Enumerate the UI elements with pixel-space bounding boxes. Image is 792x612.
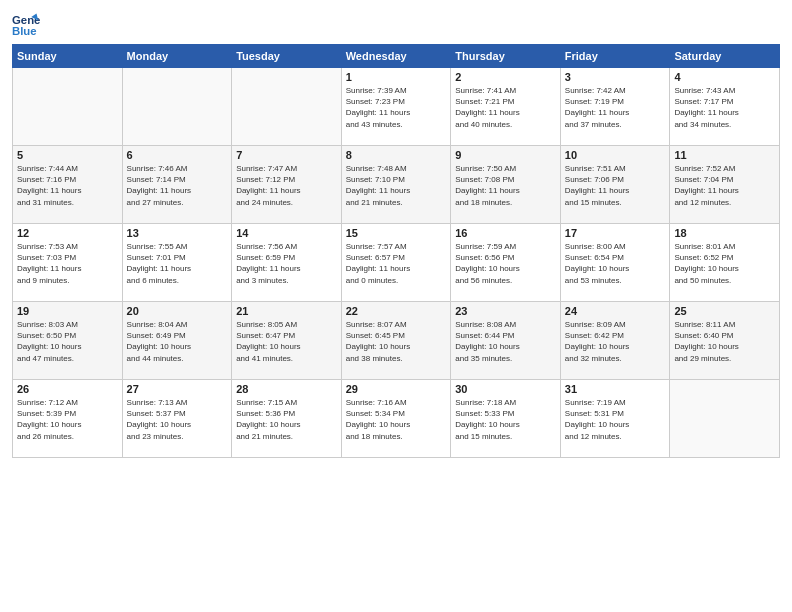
day-info-line: and 12 minutes.: [674, 197, 775, 208]
day-info-line: Sunset: 6:50 PM: [17, 330, 118, 341]
svg-text:Blue: Blue: [12, 25, 37, 37]
day-info-line: Sunset: 7:17 PM: [674, 96, 775, 107]
calendar-cell: 9Sunrise: 7:50 AMSunset: 7:08 PMDaylight…: [451, 146, 561, 224]
day-info-line: Sunrise: 8:11 AM: [674, 319, 775, 330]
day-info-line: Sunrise: 7:15 AM: [236, 397, 337, 408]
day-number: 9: [455, 149, 556, 161]
day-info-line: and 12 minutes.: [565, 431, 666, 442]
day-info-line: Sunrise: 7:59 AM: [455, 241, 556, 252]
day-info-line: and 38 minutes.: [346, 353, 447, 364]
day-info-line: and 9 minutes.: [17, 275, 118, 286]
calendar-cell: 28Sunrise: 7:15 AMSunset: 5:36 PMDayligh…: [232, 380, 342, 458]
day-info-line: Daylight: 11 hours: [127, 185, 228, 196]
calendar-table: SundayMondayTuesdayWednesdayThursdayFrid…: [12, 44, 780, 458]
day-info-line: Sunset: 6:56 PM: [455, 252, 556, 263]
day-info-line: Daylight: 10 hours: [127, 419, 228, 430]
day-info-line: Sunrise: 7:46 AM: [127, 163, 228, 174]
day-info-line: Daylight: 10 hours: [236, 419, 337, 430]
day-info-line: and 44 minutes.: [127, 353, 228, 364]
weekday-header-monday: Monday: [122, 45, 232, 68]
day-info-line: and 40 minutes.: [455, 119, 556, 130]
day-info-line: Sunset: 7:08 PM: [455, 174, 556, 185]
day-info-line: and 35 minutes.: [455, 353, 556, 364]
week-row-1: 5Sunrise: 7:44 AMSunset: 7:16 PMDaylight…: [13, 146, 780, 224]
day-info-line: and 29 minutes.: [674, 353, 775, 364]
day-info-line: Sunset: 7:16 PM: [17, 174, 118, 185]
calendar-cell: 22Sunrise: 8:07 AMSunset: 6:45 PMDayligh…: [341, 302, 451, 380]
day-info-line: and 21 minutes.: [236, 431, 337, 442]
day-info-line: Daylight: 11 hours: [346, 263, 447, 274]
calendar-cell: 17Sunrise: 8:00 AMSunset: 6:54 PMDayligh…: [560, 224, 670, 302]
day-info-line: Sunset: 7:10 PM: [346, 174, 447, 185]
day-info-line: and 31 minutes.: [17, 197, 118, 208]
day-number: 10: [565, 149, 666, 161]
day-info-line: Sunrise: 7:42 AM: [565, 85, 666, 96]
day-info-line: Daylight: 10 hours: [236, 341, 337, 352]
day-info-line: Daylight: 11 hours: [236, 185, 337, 196]
day-info-line: Sunrise: 7:39 AM: [346, 85, 447, 96]
day-number: 4: [674, 71, 775, 83]
day-number: 20: [127, 305, 228, 317]
calendar-cell: 5Sunrise: 7:44 AMSunset: 7:16 PMDaylight…: [13, 146, 123, 224]
day-number: 11: [674, 149, 775, 161]
weekday-header-row: SundayMondayTuesdayWednesdayThursdayFrid…: [13, 45, 780, 68]
day-info-line: Daylight: 11 hours: [346, 185, 447, 196]
day-info-line: and 50 minutes.: [674, 275, 775, 286]
day-info-line: Sunrise: 8:08 AM: [455, 319, 556, 330]
day-info-line: Daylight: 10 hours: [674, 263, 775, 274]
day-info-line: Sunrise: 8:09 AM: [565, 319, 666, 330]
day-info-line: Sunrise: 7:16 AM: [346, 397, 447, 408]
day-info-line: Sunrise: 7:43 AM: [674, 85, 775, 96]
day-number: 15: [346, 227, 447, 239]
day-info-line: Sunset: 7:19 PM: [565, 96, 666, 107]
day-info-line: Sunrise: 8:03 AM: [17, 319, 118, 330]
weekday-header-thursday: Thursday: [451, 45, 561, 68]
day-info-line: and 24 minutes.: [236, 197, 337, 208]
day-info-line: Sunset: 7:01 PM: [127, 252, 228, 263]
week-row-3: 19Sunrise: 8:03 AMSunset: 6:50 PMDayligh…: [13, 302, 780, 380]
day-info-line: and 18 minutes.: [455, 197, 556, 208]
calendar-cell: 20Sunrise: 8:04 AMSunset: 6:49 PMDayligh…: [122, 302, 232, 380]
day-info-line: Daylight: 10 hours: [17, 341, 118, 352]
day-info-line: and 43 minutes.: [346, 119, 447, 130]
week-row-2: 12Sunrise: 7:53 AMSunset: 7:03 PMDayligh…: [13, 224, 780, 302]
calendar-cell: 18Sunrise: 8:01 AMSunset: 6:52 PMDayligh…: [670, 224, 780, 302]
calendar-cell: 19Sunrise: 8:03 AMSunset: 6:50 PMDayligh…: [13, 302, 123, 380]
day-info-line: Sunrise: 8:07 AM: [346, 319, 447, 330]
day-info-line: and 32 minutes.: [565, 353, 666, 364]
day-number: 1: [346, 71, 447, 83]
day-info-line: Sunset: 6:52 PM: [674, 252, 775, 263]
day-info-line: Daylight: 10 hours: [127, 341, 228, 352]
calendar-cell: 8Sunrise: 7:48 AMSunset: 7:10 PMDaylight…: [341, 146, 451, 224]
day-number: 30: [455, 383, 556, 395]
day-info-line: Sunset: 6:42 PM: [565, 330, 666, 341]
day-info-line: Sunset: 5:31 PM: [565, 408, 666, 419]
calendar-cell: 31Sunrise: 7:19 AMSunset: 5:31 PMDayligh…: [560, 380, 670, 458]
day-info-line: Daylight: 11 hours: [127, 263, 228, 274]
calendar-cell: 13Sunrise: 7:55 AMSunset: 7:01 PMDayligh…: [122, 224, 232, 302]
day-info-line: Daylight: 10 hours: [455, 419, 556, 430]
calendar-cell: 7Sunrise: 7:47 AMSunset: 7:12 PMDaylight…: [232, 146, 342, 224]
day-info-line: Sunset: 6:45 PM: [346, 330, 447, 341]
calendar-cell: 14Sunrise: 7:56 AMSunset: 6:59 PMDayligh…: [232, 224, 342, 302]
calendar-cell: 1Sunrise: 7:39 AMSunset: 7:23 PMDaylight…: [341, 68, 451, 146]
day-info-line: Sunset: 6:54 PM: [565, 252, 666, 263]
day-number: 8: [346, 149, 447, 161]
day-info-line: Sunrise: 7:18 AM: [455, 397, 556, 408]
day-info-line: Sunset: 6:47 PM: [236, 330, 337, 341]
day-info-line: and 41 minutes.: [236, 353, 337, 364]
day-info-line: Sunrise: 8:01 AM: [674, 241, 775, 252]
day-number: 23: [455, 305, 556, 317]
day-info-line: Sunset: 7:14 PM: [127, 174, 228, 185]
day-info-line: Daylight: 10 hours: [455, 263, 556, 274]
day-info-line: and 18 minutes.: [346, 431, 447, 442]
day-info-line: Sunrise: 8:00 AM: [565, 241, 666, 252]
day-number: 16: [455, 227, 556, 239]
day-info-line: Sunrise: 7:50 AM: [455, 163, 556, 174]
weekday-header-friday: Friday: [560, 45, 670, 68]
day-number: 2: [455, 71, 556, 83]
calendar-cell: 15Sunrise: 7:57 AMSunset: 6:57 PMDayligh…: [341, 224, 451, 302]
day-info-line: Sunset: 6:49 PM: [127, 330, 228, 341]
day-info-line: and 34 minutes.: [674, 119, 775, 130]
calendar-cell: 29Sunrise: 7:16 AMSunset: 5:34 PMDayligh…: [341, 380, 451, 458]
